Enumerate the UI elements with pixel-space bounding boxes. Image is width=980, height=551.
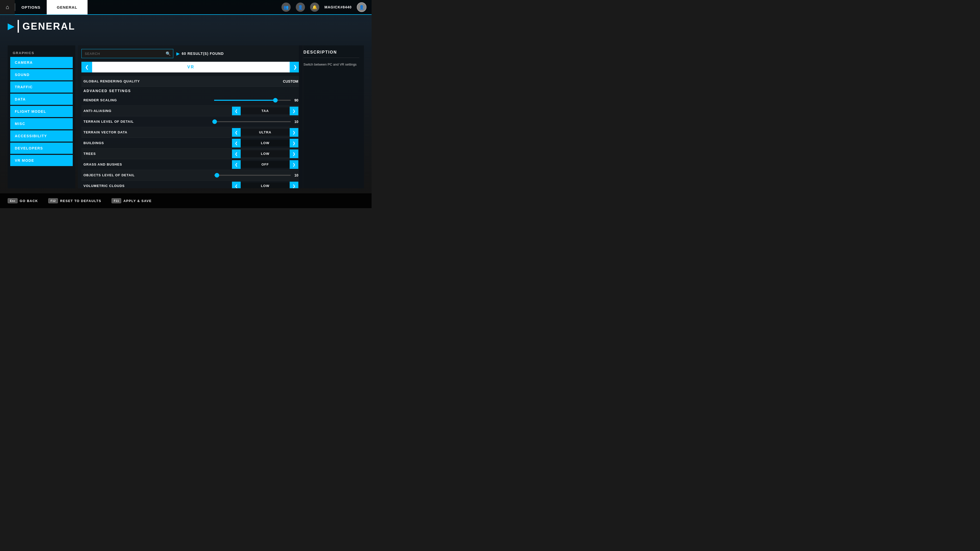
buildings-selector: ❮ LOW ❯ [232, 139, 298, 148]
page-title-area: ▶ GENERAL [8, 20, 75, 33]
sidebar-item-flight-model[interactable]: FLIGHT MODEL [10, 106, 73, 117]
render-scaling-thumb[interactable] [273, 98, 278, 103]
sidebar-item-traffic[interactable]: TRAFFIC [10, 81, 73, 93]
terrain-vector-selector: ❮ ULTRA ❯ [232, 128, 298, 137]
volumetric-clouds-selector: ❮ LOW ❯ [232, 182, 298, 189]
render-scaling-value: 90 [291, 98, 298, 102]
sidebar-item-accessibility[interactable]: ACCESSIBILITY [10, 130, 73, 141]
profile-icon-button[interactable]: 👤 [296, 3, 305, 12]
objects-lod-row: OBJECTS LEVEL OF DETAIL 10 [81, 170, 301, 181]
trees-prev-button[interactable]: ❮ [232, 149, 241, 158]
avatar-icon: 👤 [359, 5, 364, 10]
trees-next-button[interactable]: ❯ [290, 149, 298, 158]
main-content: ▶ GENERAL GRAPHICS CAMERA SOUND TRAFFIC … [0, 15, 372, 208]
sidebar-item-data[interactable]: DATA [10, 94, 73, 105]
home-button[interactable]: ⌂ [0, 0, 15, 14]
volumetric-clouds-prev-button[interactable]: ❮ [232, 182, 241, 189]
render-scaling-label: RENDER SCALING [83, 98, 214, 102]
apply-save-action[interactable]: F11 APPLY & SAVE [111, 198, 151, 203]
terrain-lod-slider-wrap [214, 121, 291, 122]
render-scaling-track[interactable] [214, 100, 291, 101]
f11-key-badge: F11 [111, 198, 121, 203]
terrain-lod-value: 10 [291, 120, 298, 124]
search-results-arrow-icon: ▶ [177, 51, 180, 56]
render-scaling-row: RENDER SCALING 90 [81, 95, 301, 106]
description-panel: DESCRIPTION Switch between PC and VR set… [299, 45, 364, 188]
trees-label: TREES [83, 152, 232, 156]
user-avatar[interactable]: 👤 [357, 2, 366, 12]
anti-aliasing-label: ANTI-ALIASING [83, 109, 232, 113]
terrain-vector-prev-button[interactable]: ❮ [232, 128, 241, 137]
volumetric-clouds-label: VOLUMETRIC CLOUDS [83, 184, 232, 188]
trees-selector: ❮ LOW ❯ [232, 149, 298, 158]
reset-defaults-label: RESET TO DEFAULTS [60, 199, 101, 203]
buildings-next-button[interactable]: ❯ [290, 139, 298, 148]
options-nav-item[interactable]: OPTIONS [15, 0, 47, 14]
search-icon: 🔍 [165, 51, 171, 56]
go-back-label: GO BACK [20, 199, 38, 203]
sidebar-item-misc[interactable]: MISC [10, 118, 73, 129]
anti-aliasing-prev-button[interactable]: ❮ [232, 106, 241, 115]
esc-key-badge: Esc [8, 198, 18, 203]
buildings-row: BUILDINGS ❮ LOW ❯ [81, 138, 301, 148]
search-bar: 🔍 ▶ 60 RESULT(S) FOUND [81, 49, 301, 58]
sidebar-item-vr-mode[interactable]: VR MODE [10, 155, 73, 166]
anti-aliasing-next-button[interactable]: ❯ [290, 106, 298, 115]
search-input-wrap: 🔍 [81, 49, 173, 58]
vr-mode-label: VR [92, 65, 290, 69]
terrain-lod-label: TERRAIN LEVEL OF DETAIL [83, 120, 214, 124]
sidebar-item-developers[interactable]: DEVELOPERS [10, 143, 73, 154]
buildings-value: LOW [241, 140, 290, 146]
search-results-display: ▶ 60 RESULT(S) FOUND [177, 51, 224, 56]
buildings-label: BUILDINGS [83, 141, 232, 145]
objects-lod-track[interactable] [214, 175, 291, 176]
anti-aliasing-row: ANTI-ALIASING ❮ TAA ❯ [81, 106, 301, 116]
sidebar-item-camera[interactable]: CAMERA [10, 57, 73, 68]
buildings-prev-button[interactable]: ❮ [232, 139, 241, 148]
description-text: Switch between PC and VR settings [304, 62, 360, 67]
go-back-action[interactable]: Esc GO BACK [8, 198, 38, 203]
home-icon: ⌂ [6, 4, 9, 11]
notification-icon-button[interactable]: 🔔 [310, 3, 319, 12]
terrain-vector-value: ULTRA [241, 129, 290, 136]
vr-right-arrow-icon: ❯ [293, 64, 297, 70]
search-input[interactable] [81, 49, 173, 58]
anti-aliasing-selector: ❮ TAA ❯ [232, 106, 298, 115]
general-nav-item[interactable]: GENERAL [47, 0, 88, 14]
search-results-count: 60 RESULT(S) FOUND [182, 52, 224, 56]
grass-bushes-label: GRASS AND BUSHES [83, 162, 232, 166]
settings-area: 🔍 ▶ 60 RESULT(S) FOUND ❮ VR ❯ GLOBAL REN… [78, 45, 304, 188]
nav-right-area: 👥 👤 🔔 MAGICK#8440 👤 [282, 2, 372, 12]
volumetric-clouds-next-button[interactable]: ❯ [290, 182, 298, 189]
sidebar-category-graphics: GRAPHICS [10, 48, 73, 57]
title-chevron-icon: ▶ [8, 21, 14, 31]
volumetric-clouds-row: VOLUMETRIC CLOUDS ❮ LOW ❯ [81, 181, 301, 188]
terrain-lod-thumb[interactable] [212, 119, 217, 124]
group-icon: 👥 [283, 5, 289, 10]
page-title: GENERAL [22, 21, 75, 32]
sidebar: GRAPHICS CAMERA SOUND TRAFFIC DATA FLIGH… [8, 45, 75, 188]
grass-bushes-next-button[interactable]: ❯ [290, 160, 298, 169]
grass-bushes-prev-button[interactable]: ❮ [232, 160, 241, 169]
render-scaling-fill [214, 100, 275, 101]
terrain-vector-next-button[interactable]: ❯ [290, 128, 298, 137]
anti-aliasing-value: TAA [241, 107, 290, 114]
sidebar-item-sound[interactable]: SOUND [10, 69, 73, 80]
global-quality-row: GLOBAL RENDERING QUALITY CUSTOM [81, 76, 301, 87]
bottom-action-bar: Esc GO BACK F12 RESET TO DEFAULTS F11 AP… [0, 193, 372, 208]
reset-defaults-action[interactable]: F12 RESET TO DEFAULTS [48, 198, 101, 203]
terrain-lod-track[interactable] [214, 121, 291, 122]
vr-left-arrow-icon: ❮ [85, 64, 89, 70]
f12-key-badge: F12 [48, 198, 58, 203]
top-navigation: ⌂ OPTIONS GENERAL 👥 👤 🔔 MAGICK#8440 👤 [0, 0, 372, 15]
advanced-settings-header: ADVANCED SETTINGS [81, 87, 301, 95]
objects-lod-slider-wrap [214, 175, 291, 176]
group-icon-button[interactable]: 👥 [282, 3, 291, 12]
objects-lod-thumb[interactable] [215, 173, 219, 178]
global-quality-label: GLOBAL RENDERING QUALITY [83, 79, 278, 83]
vr-prev-button[interactable]: ❮ [81, 62, 92, 73]
objects-lod-value: 10 [291, 173, 298, 177]
title-bar-divider [18, 20, 19, 33]
profile-icon: 👤 [298, 5, 303, 10]
global-quality-value: CUSTOM [278, 79, 298, 83]
